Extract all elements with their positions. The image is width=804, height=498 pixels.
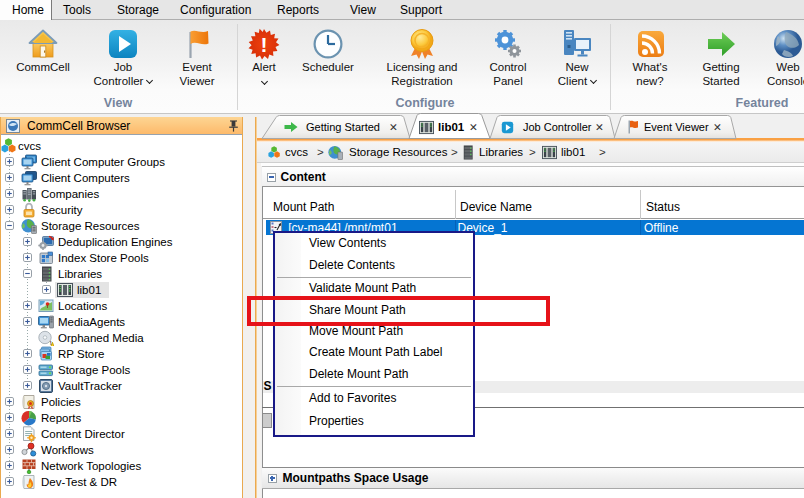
svg-text:!: ! [50, 340, 52, 346]
svg-text:!: ! [261, 33, 268, 56]
